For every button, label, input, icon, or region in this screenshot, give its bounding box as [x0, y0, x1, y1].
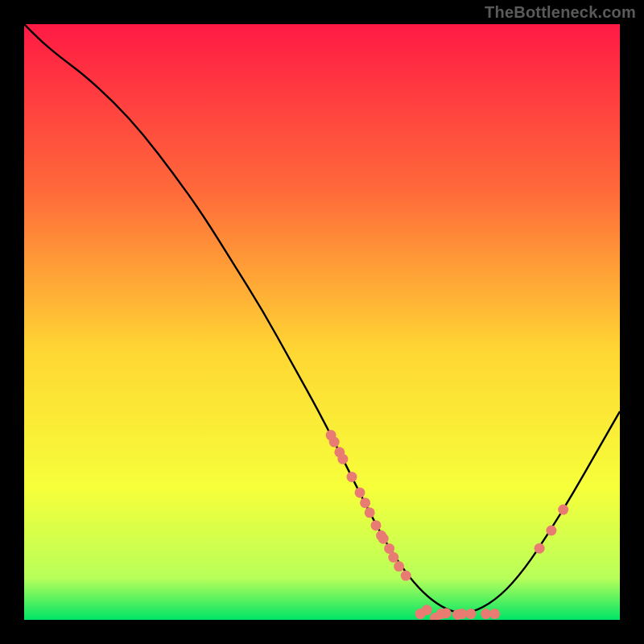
attribution-label: TheBottleneck.com [485, 3, 636, 22]
plot-area [24, 24, 620, 620]
gradient-background [24, 24, 620, 620]
data-dot [481, 609, 491, 619]
data-dot [355, 487, 365, 497]
data-dot [558, 505, 568, 515]
data-dot [394, 561, 404, 572]
data-dot [329, 437, 340, 448]
data-dot [337, 454, 348, 464]
data-dot [535, 543, 545, 554]
data-dot [489, 609, 500, 619]
data-dot [370, 520, 381, 530]
bottleneck-chart [24, 24, 620, 620]
data-dot [378, 534, 389, 544]
data-dot [466, 609, 477, 619]
chart-container: TheBottleneck.com [0, 0, 644, 644]
data-dot [401, 571, 411, 581]
data-dot [360, 497, 370, 508]
data-dot [347, 472, 357, 482]
data-dot [388, 552, 398, 563]
data-dot [422, 605, 432, 615]
data-dot [441, 608, 452, 618]
data-dot [365, 507, 375, 518]
data-dot [546, 526, 556, 536]
data-dot [456, 609, 467, 619]
